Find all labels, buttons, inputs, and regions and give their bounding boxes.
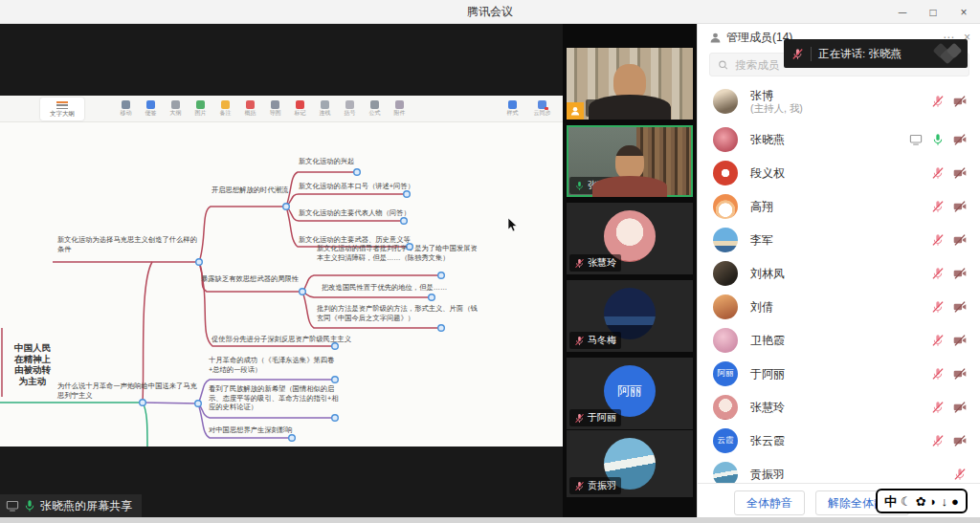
member-row-刘林凤[interactable]: 刘林凤: [698, 256, 980, 290]
toolbar-item-标记[interactable]: 标记: [289, 98, 311, 116]
minimize-icon[interactable]: ─: [894, 6, 911, 19]
screen-share-indicator: 张晓燕的屏幕共享: [0, 494, 142, 517]
video-thumbnail-于阿丽[interactable]: 阿丽 于阿丽: [567, 358, 693, 429]
toolbar-item-导图[interactable]: 导图: [264, 98, 286, 116]
toolbar-item-便签[interactable]: 便签: [140, 98, 162, 116]
member-row-张博[interactable]: 张博 (主持人, 我): [698, 80, 980, 122]
member-row-于阿丽[interactable]: 阿丽 于阿丽: [698, 357, 980, 390]
member-name: 贡振羽: [750, 468, 785, 481]
participant-name: 张晓燕: [588, 179, 616, 192]
participant-name: 马冬梅: [588, 334, 616, 347]
cam-off-icon: [953, 434, 967, 447]
avatar: [713, 89, 738, 114]
ime-icon[interactable]: ☾: [901, 495, 912, 508]
participant-name: 于阿丽: [588, 411, 616, 425]
mindmap-node[interactable]: 新文化运动为选择马克思主义创造了什么样的条件: [57, 235, 197, 253]
member-name: 刘林凤: [750, 267, 785, 280]
ime-icon[interactable]: ↓: [941, 495, 947, 508]
mouse-cursor: [507, 218, 519, 233]
mindmap-node[interactable]: 促使部分先进分子深刻反思资产阶级民主主义: [212, 335, 351, 344]
video-thumbnail-张晓燕[interactable]: 张晓燕: [567, 125, 693, 197]
close-icon[interactable]: ×: [955, 6, 972, 19]
mindmap-node[interactable]: 新文化运动的基本口号（讲述+问答）: [299, 182, 414, 191]
toolbar-item-云同步[interactable]: 云同步: [531, 98, 553, 116]
outline-icon: [56, 101, 68, 109]
member-row-李军[interactable]: 李军: [698, 223, 980, 256]
member-row-贡振羽[interactable]: 贡振羽: [698, 457, 980, 483]
ime-icon[interactable]: ●: [951, 495, 959, 508]
video-name-chip: 贡振羽: [569, 477, 621, 494]
mindmap-node[interactable]: 对中国思想界产生深刻影响: [209, 425, 293, 435]
video-thumbnail-贡振羽[interactable]: 贡振羽: [567, 430, 693, 497]
mic-off-icon: [931, 267, 945, 280]
member-name: 张慧玲: [750, 401, 785, 414]
mindmap-canvas[interactable]: 中国人民在精神上由被动转为主动 新文化运动为选择马克思主义创造了什么样的条件为什…: [0, 96, 563, 447]
video-thumbnail-马冬梅[interactable]: 马冬梅: [567, 280, 693, 352]
member-list: 张博 (主持人, 我) 张晓燕 段义权 高翔 李军: [698, 80, 980, 483]
toolbar-item-icon: [246, 100, 255, 109]
toolbar-item-附件[interactable]: 附件: [389, 98, 411, 116]
cam-off-icon: [953, 367, 967, 381]
ime-toolbar[interactable]: 中☾✿◗↓●: [876, 489, 968, 513]
mindmap-node[interactable]: 为什么说十月革命一声炮响给中国送来了马克思列宁主义: [57, 381, 197, 400]
avatar: [713, 462, 738, 484]
ime-icon[interactable]: ✿: [916, 495, 926, 508]
members-icon: [709, 32, 722, 44]
member-name: 张博: [750, 89, 803, 102]
participant-name: 贡振羽: [588, 479, 616, 492]
mic-off-icon: [931, 166, 945, 180]
mic-on-icon: [931, 133, 945, 146]
mic-off-icon: [931, 334, 945, 347]
ime-icon[interactable]: ◗: [930, 495, 938, 508]
member-row-张慧玲[interactable]: 张慧玲: [698, 390, 980, 424]
ime-icon[interactable]: 中: [884, 495, 897, 508]
outline-button[interactable]: 文字大纲: [40, 98, 84, 120]
mindmap-node[interactable]: 把改造国民性置于优先的地位，但是……: [322, 283, 447, 293]
mindmap-node[interactable]: 十月革命的成功（《毛泽东选集》第四卷+总结的一段话）: [209, 356, 339, 374]
maximize-icon[interactable]: □: [924, 6, 942, 19]
mindmap-node[interactable]: 开启思想解放的时代潮流: [212, 185, 288, 195]
mute-all-button[interactable]: 全体静音: [734, 490, 805, 515]
member-row-张云霞[interactable]: 云霞 张云霞: [698, 424, 980, 457]
mindmap-node[interactable]: 批判的方法是资产阶级的方法，形式主义、片面（钱玄同《中国今后之文字问题》）: [317, 304, 481, 322]
toolbar-item-icon: [538, 100, 546, 109]
toolbar-item-图片[interactable]: 图片: [189, 98, 212, 116]
mindmap-node[interactable]: 新文化运动的倡导者批判孔学，是为了给中国发展资本主义扫清障碍，但是……（陈独秀文…: [317, 244, 481, 262]
avatar: [713, 395, 738, 420]
mic-on-icon: [574, 181, 585, 191]
avatar: [713, 194, 738, 219]
video-thumbnail-张慧玲[interactable]: 张慧玲: [567, 203, 693, 274]
mic-off-icon: [590, 103, 601, 114]
toolbar-item-icon: [171, 100, 180, 109]
cam-off-icon: [953, 334, 967, 347]
member-name: 于阿丽: [750, 367, 785, 381]
avatar: [713, 294, 738, 319]
toolbar-item-icon: [296, 100, 304, 109]
member-row-段义权[interactable]: 段义权: [698, 156, 980, 189]
screen-icon: [909, 133, 923, 146]
member-name: 刘倩: [750, 300, 773, 314]
mic-off-icon: [931, 95, 945, 108]
toolbar-item-大纲[interactable]: 大纲: [165, 98, 187, 116]
member-row-卫艳霞[interactable]: 卫艳霞: [698, 323, 980, 357]
toolbar-item-icon: [146, 100, 155, 109]
member-row-高翔[interactable]: 高翔: [698, 189, 980, 223]
mindmap-root-node[interactable]: 中国人民在精神上由被动转为主动: [11, 342, 54, 386]
mindmap-node[interactable]: 看到了民族解放的新希望（国情相似的启示、态度平等的吸引、革命方法的指引+相应的史…: [209, 384, 339, 412]
mindmap-node[interactable]: 暴露缺乏有效思想武器的局限性: [201, 274, 299, 284]
toolbar-item-概括[interactable]: 概括: [239, 98, 261, 116]
mic-off-icon: [791, 48, 804, 60]
video-thumbnail-张博[interactable]: 张博: [567, 48, 693, 120]
mindmap-node[interactable]: 新文化运动的主要代表人物（问答）: [299, 208, 411, 218]
toolbar-item-样式[interactable]: 样式: [501, 98, 523, 116]
avatar: [713, 328, 738, 353]
toolbar-item-连线[interactable]: 连线: [314, 98, 336, 116]
member-row-张晓燕[interactable]: 张晓燕: [698, 122, 980, 156]
toolbar-item-移动[interactable]: 移动: [115, 98, 137, 116]
toolbar-item-公式[interactable]: 公式: [364, 98, 386, 116]
mindmap-node[interactable]: 新文化运动的兴起: [299, 157, 354, 166]
toolbar-item-括号[interactable]: 括号: [339, 98, 361, 116]
toolbar-item-备注[interactable]: 备注: [214, 98, 236, 116]
cam-off-icon: [953, 267, 967, 280]
member-row-刘倩[interactable]: 刘倩: [698, 290, 980, 323]
